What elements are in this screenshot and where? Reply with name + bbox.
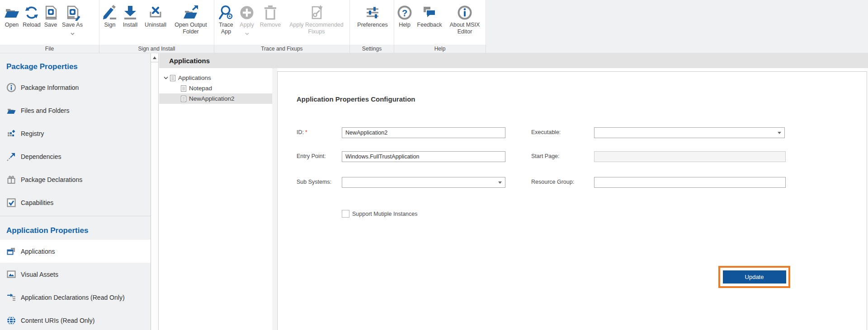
save-button[interactable]: Save — [42, 2, 60, 28]
sidebar-item-package-declarations[interactable]: Package Declarations — [0, 168, 151, 191]
dropdown-arrow-icon[interactable] — [498, 181, 502, 184]
folder-icon — [6, 106, 16, 116]
apply-button-label: Apply — [240, 22, 254, 28]
image-icon — [6, 270, 16, 279]
ribbon-empty-area — [486, 0, 868, 45]
sidebar-item-content-uris[interactable]: Content URIs (Read Only) — [0, 309, 151, 330]
sub-systems-combobox[interactable] — [342, 177, 505, 188]
id-input[interactable] — [342, 127, 505, 138]
about-msix-editor-button[interactable]: About MSIX Editor — [445, 2, 485, 35]
sidebar-item-label: Visual Assets — [21, 271, 58, 278]
sidebar-item-dependencies[interactable]: Dependencies — [0, 145, 151, 168]
support-multiple-instances-label: Support Mutiple Instances — [352, 211, 418, 217]
package-properties-heading: Package Properties — [0, 53, 151, 76]
group-label-help: Help — [394, 45, 486, 53]
remove-button-label: Remove — [260, 22, 281, 28]
sidebar-item-label: Application Declarations (Read Only) — [21, 294, 125, 301]
sidebar-item-registry[interactable]: Registry — [0, 122, 151, 145]
apply-button: Apply — [237, 2, 257, 37]
sidebar-scrollbar[interactable] — [151, 53, 159, 330]
registry-icon — [6, 129, 16, 139]
remove-button: Remove — [257, 2, 284, 28]
capabilities-check-icon — [6, 198, 16, 208]
application-properties-form: Application Properties Configuration ID:… — [277, 71, 867, 330]
uninstall-icon — [147, 4, 164, 22]
sidebar-item-applications[interactable]: Applications — [0, 240, 151, 263]
apply-recommended-fixups-button: Apply Recommended Fixups — [284, 2, 349, 35]
dropdown-arrow-icon[interactable] — [778, 132, 781, 134]
resource-group-input[interactable] — [594, 177, 786, 188]
sidebar-item-label: Capabilities — [21, 199, 53, 206]
feedback-button[interactable]: Feedback — [414, 2, 445, 28]
form-area: Application Properties Configuration ID:… — [277, 68, 868, 330]
page-title: Applications — [169, 57, 210, 65]
save-button-label: Save — [44, 22, 57, 28]
sign-button-label: Sign — [104, 22, 115, 28]
ribbon-group-labels: File Sign and Install Trace and Fixups S… — [0, 45, 868, 53]
open-output-folder-button[interactable]: Open Output Folder — [170, 2, 212, 35]
ribbon-toolbar: Open Reload Save Save As — [0, 0, 868, 53]
help-button-label: Help — [399, 22, 410, 28]
save-as-button-label: Save As — [62, 22, 83, 28]
about-msix-editor-button-label: About MSIX Editor — [445, 22, 485, 35]
open-output-folder-icon — [183, 4, 199, 22]
group-label-spacer — [486, 45, 868, 53]
tree-row-notepad[interactable]: Notepad — [159, 83, 272, 93]
open-folder-icon — [4, 4, 20, 22]
support-multiple-instances-checkbox[interactable] — [342, 210, 349, 218]
scrollbar-up-button[interactable] — [151, 53, 158, 62]
start-page-label: Start Page: — [531, 153, 560, 159]
scrollbar-thumb[interactable] — [151, 62, 158, 330]
uninstall-button[interactable]: Uninstall — [141, 2, 170, 28]
ribbon-group-trace-and-fixups: Trace App Apply Remove — [214, 0, 350, 45]
update-button[interactable]: Update — [723, 270, 786, 284]
sub-systems-input[interactable] — [342, 177, 505, 188]
group-label-sign-and-install: Sign and Install — [99, 45, 214, 53]
dependencies-icon — [6, 152, 16, 162]
tree-row-applications-root[interactable]: Applications — [159, 73, 272, 83]
sidebar-item-visual-assets[interactable]: Visual Assets — [0, 263, 151, 286]
save-as-button[interactable]: Save As — [60, 2, 85, 37]
panel-divider — [272, 68, 277, 330]
help-button[interactable]: ? Help — [395, 2, 414, 28]
apply-plus-icon — [239, 4, 255, 22]
open-button[interactable]: Open — [2, 2, 22, 28]
applications-tree: Applications Notepad NewApplication2 — [159, 68, 272, 330]
ribbon-buttons-row: Open Reload Save Save As — [0, 0, 868, 45]
tree-node-label: NewApplication2 — [189, 95, 235, 102]
executable-combobox[interactable] — [594, 127, 785, 138]
entry-point-input[interactable] — [342, 151, 505, 162]
feedback-speech-bubbles-icon — [421, 4, 438, 22]
reload-button[interactable]: Reload — [22, 2, 42, 28]
ribbon-group-file: Open Reload Save Save As — [0, 0, 99, 45]
sidebar-item-package-information[interactable]: Package Information — [0, 76, 151, 99]
sign-button[interactable]: Sign — [100, 2, 119, 28]
id-field — [342, 127, 505, 138]
document-icon — [170, 75, 175, 81]
ribbon-group-settings: Preferences — [350, 0, 394, 45]
remove-trash-icon — [262, 4, 278, 22]
tree-row-newapplication2[interactable]: NewApplication2 — [159, 93, 272, 104]
executable-input[interactable] — [594, 127, 785, 138]
preferences-button[interactable]: Preferences — [354, 2, 392, 28]
sub-systems-label: Sub Systems: — [297, 179, 331, 185]
chevron-down-icon[interactable] — [163, 76, 169, 79]
install-button[interactable]: Install — [119, 2, 141, 28]
entry-point-label: Entry Point: — [297, 153, 326, 159]
tree-node-label: Applications — [178, 74, 211, 81]
start-page-input — [594, 151, 786, 162]
form-title: Application Properties Configuration — [297, 95, 415, 103]
sidebar-item-application-declarations[interactable]: Application Declarations (Read Only) — [0, 286, 151, 309]
save-icon — [42, 4, 59, 22]
uninstall-button-label: Uninstall — [145, 22, 166, 28]
sidebar-item-files-and-folders[interactable]: Files and Folders — [0, 99, 151, 122]
id-label: ID:* — [297, 129, 307, 135]
open-output-folder-button-label: Open Output Folder — [170, 22, 212, 35]
sidebar-item-label: Dependencies — [21, 153, 61, 160]
trace-app-button[interactable]: Trace App — [215, 2, 237, 35]
sidebar-item-capabilities[interactable]: Capabilities — [0, 191, 151, 214]
navigation-sidebar: Package Properties Package Information F… — [0, 53, 151, 330]
chevron-down-icon — [71, 29, 75, 37]
group-label-file: File — [0, 45, 99, 53]
sidebar-item-label: Applications — [21, 248, 55, 255]
